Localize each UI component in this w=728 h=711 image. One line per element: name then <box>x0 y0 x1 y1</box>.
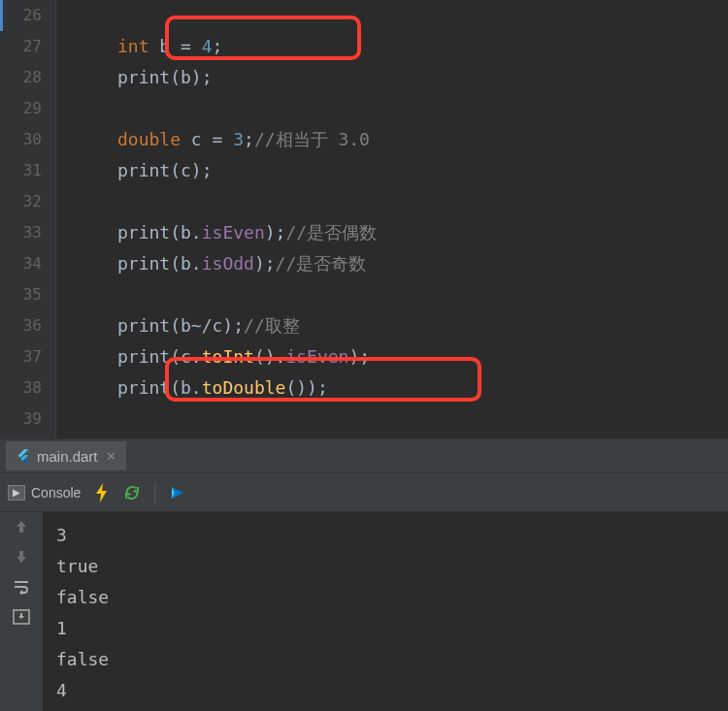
console-output-panel: 3truefalse1false4 <box>0 512 728 711</box>
flutter-icon <box>16 448 31 464</box>
code-line[interactable]: print(b.isOdd);//是否奇数 <box>64 248 728 279</box>
code-line[interactable]: print(b.toDouble()); <box>64 372 728 404</box>
line-number: 26 <box>0 0 42 31</box>
separator <box>154 482 155 503</box>
scroll-to-end-icon[interactable] <box>13 608 30 629</box>
line-number-gutter: 2627282930313233343536373839 <box>0 0 56 438</box>
code-line[interactable]: print(c); <box>64 155 728 186</box>
line-number: 37 <box>0 341 42 372</box>
console-output-line: 1 <box>56 613 714 644</box>
line-number: 30 <box>0 124 42 155</box>
close-icon[interactable]: ✕ <box>106 449 116 464</box>
reload-icon[interactable] <box>123 484 141 501</box>
arrow-up-icon[interactable] <box>14 518 29 538</box>
terminal-icon: ▶ <box>8 485 25 501</box>
dart-icon[interactable] <box>169 484 186 501</box>
code-line[interactable] <box>64 279 728 310</box>
code-content[interactable]: int b = 4;print(b);double c = 3;//相当于 3.… <box>56 0 728 438</box>
line-number: 38 <box>0 372 42 404</box>
console-label: Console <box>31 485 81 501</box>
line-number: 36 <box>0 310 42 341</box>
tab-label: main.dart <box>37 448 98 465</box>
code-line[interactable]: print(b); <box>64 62 728 93</box>
console-output[interactable]: 3truefalse1false4 <box>43 512 728 711</box>
soft-wrap-icon[interactable] <box>13 578 30 598</box>
run-tab-bar: main.dart ✕ <box>0 438 728 473</box>
console-toolbar: ▶ Console <box>0 473 728 512</box>
line-number: 34 <box>0 248 42 279</box>
line-number: 33 <box>0 217 42 248</box>
code-line[interactable]: double c = 3;//相当于 3.0 <box>64 124 728 155</box>
arrow-down-icon[interactable] <box>14 548 29 568</box>
line-number: 35 <box>0 279 42 310</box>
code-line[interactable] <box>64 186 728 217</box>
console-action-gutter <box>0 512 43 711</box>
console-button[interactable]: ▶ Console <box>8 485 81 501</box>
line-number: 28 <box>0 62 42 93</box>
code-line[interactable] <box>64 0 728 31</box>
code-line[interactable] <box>64 404 728 435</box>
line-number: 32 <box>0 186 42 217</box>
console-output-line: false <box>56 644 714 675</box>
console-output-line: true <box>56 551 714 582</box>
lightning-icon[interactable] <box>94 483 110 502</box>
tab-main-dart[interactable]: main.dart ✕ <box>6 441 126 470</box>
code-line[interactable]: print(c.toInt().isEven); <box>64 341 728 372</box>
code-line[interactable]: print(b.isEven);//是否偶数 <box>64 217 728 248</box>
code-editor[interactable]: 2627282930313233343536373839 int b = 4;p… <box>0 0 728 438</box>
code-line[interactable]: int b = 4; <box>64 31 728 62</box>
line-number: 27 <box>0 31 42 62</box>
console-output-line: false <box>56 582 714 613</box>
line-number: 31 <box>0 155 42 186</box>
code-line[interactable] <box>64 93 728 124</box>
line-number: 39 <box>0 404 42 435</box>
console-output-line: 4 <box>56 675 714 706</box>
console-output-line: 3 <box>56 520 714 551</box>
line-number: 29 <box>0 93 42 124</box>
code-line[interactable]: print(b~/c);//取整 <box>64 310 728 341</box>
